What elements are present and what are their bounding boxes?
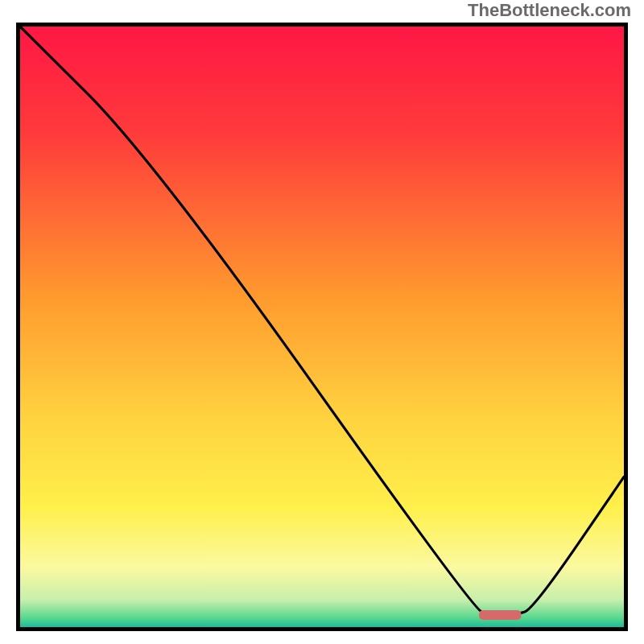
watermark-text: TheBottleneck.com (468, 0, 631, 21)
plot-svg (20, 27, 624, 627)
plot-frame (16, 23, 628, 631)
minimum-marker (479, 610, 522, 620)
chart-container: TheBottleneck.com (0, 0, 644, 644)
